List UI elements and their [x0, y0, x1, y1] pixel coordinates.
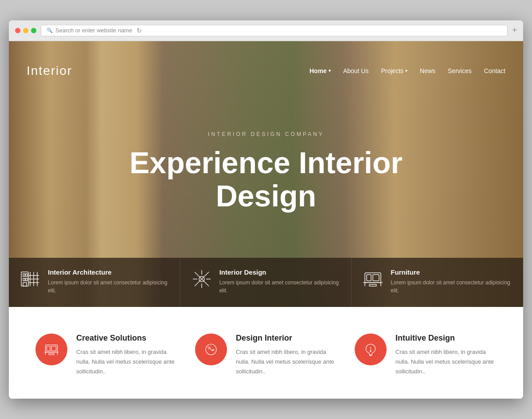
- main-nav: Interior Home ▾ About Us Projects ▾ News: [9, 55, 523, 87]
- creative-text: Creative Solutions Cras sit amet nibh li…: [76, 334, 177, 376]
- address-bar[interactable]: 🔍 Search or enter website name ↻: [41, 25, 508, 36]
- browser-chrome: 🔍 Search or enter website name ↻ +: [9, 20, 523, 41]
- website-content: 𝕏 f in ⊡ ✉ youremail@domain.com ☎ +1 291…: [9, 41, 523, 399]
- design-card-desc: Lorem ipsum dolor sit amet consectetur a…: [219, 279, 341, 295]
- svg-rect-3: [23, 278, 25, 281]
- svg-rect-20: [367, 275, 371, 281]
- nav-home[interactable]: Home ▾: [309, 67, 331, 74]
- design-interior-icon-wrap: [195, 334, 227, 365]
- features-section: Creative Solutions Cras sit amet nibh li…: [9, 307, 523, 399]
- projects-chevron: ▾: [405, 68, 407, 73]
- refresh-button[interactable]: ↻: [137, 27, 142, 34]
- nav-news[interactable]: News: [420, 67, 435, 74]
- dot-minimize[interactable]: [23, 28, 28, 33]
- feature-design-interior: Design Interior Cras sit amet nibh liber…: [195, 334, 337, 376]
- creative-icon-wrap: [35, 334, 67, 365]
- intuitive-text: Intuitive Design Cras sit amet nibh libe…: [395, 334, 497, 376]
- furniture-icon: [362, 268, 383, 290]
- architecture-card-desc: Lorem ipsum dolor sit amet consectetur a…: [48, 279, 169, 295]
- nav-projects[interactable]: Projects ▾: [381, 67, 407, 74]
- architecture-card-title: Interior Architecture: [48, 268, 169, 276]
- nav-links: Home ▾ About Us Projects ▾ News Services: [309, 67, 505, 74]
- svg-rect-21: [373, 275, 379, 281]
- design-interior-title: Design Interior: [236, 334, 337, 343]
- search-icon: 🔍: [47, 27, 53, 33]
- hero-card-design: Interior Design Lorem ipsum dolor sit am…: [180, 258, 352, 307]
- svg-rect-1: [23, 274, 25, 276]
- design-interior-icon: [203, 341, 219, 357]
- furniture-card-content: Furniture Lorem ipsum dolor sit amet con…: [391, 268, 512, 295]
- svg-rect-32: [49, 353, 54, 355]
- nav-services[interactable]: Services: [448, 67, 472, 74]
- design-card-content: Interior Design Lorem ipsum dolor sit am…: [219, 268, 341, 295]
- design-interior-text: Design Interior Cras sit amet nibh liber…: [236, 334, 337, 376]
- nav-contact[interactable]: Contact: [484, 67, 505, 74]
- svg-rect-28: [51, 346, 56, 351]
- hero-card-furniture: Furniture Lorem ipsum dolor sit amet con…: [352, 258, 523, 307]
- feature-creative: Creative Solutions Cras sit amet nibh li…: [35, 334, 177, 376]
- features-grid: Creative Solutions Cras sit amet nibh li…: [35, 334, 497, 376]
- architecture-icon: [20, 268, 41, 290]
- design-interior-desc: Cras sit amet nibh libero, in gravida nu…: [236, 347, 337, 376]
- intuitive-desc: Cras sit amet nibh libero, in gravida nu…: [395, 347, 497, 376]
- svg-rect-2: [26, 274, 27, 276]
- svg-rect-5: [23, 283, 27, 286]
- address-bar-placeholder: Search or enter website name: [55, 27, 132, 34]
- browser-window: 🔍 Search or enter website name ↻ + 𝕏 f i…: [9, 20, 523, 399]
- creative-desc: Cras sit amet nibh libero, in gravida nu…: [76, 347, 177, 376]
- nav-about[interactable]: About Us: [343, 67, 369, 74]
- svg-rect-25: [369, 284, 376, 286]
- hero-content: INTERIOR DESIGN COMPANY Experience Inter…: [9, 87, 523, 213]
- new-tab-button[interactable]: +: [512, 26, 517, 35]
- home-chevron: ▾: [329, 68, 331, 73]
- intuitive-icon-wrap: [355, 334, 387, 365]
- design-icon: [191, 268, 212, 290]
- svg-rect-27: [47, 346, 51, 351]
- svg-rect-4: [26, 278, 27, 281]
- hero-subtitle: INTERIOR DESIGN COMPANY: [9, 131, 523, 137]
- creative-title: Creative Solutions: [76, 334, 177, 343]
- svg-point-37: [370, 350, 371, 351]
- feature-intuitive: Intuitive Design Cras sit amet nibh libe…: [355, 334, 497, 376]
- creative-icon: [43, 341, 59, 357]
- intuitive-icon: [363, 341, 379, 357]
- site-logo[interactable]: Interior: [27, 64, 72, 78]
- furniture-card-title: Furniture: [391, 268, 512, 276]
- dot-maximize[interactable]: [31, 28, 36, 33]
- hero-card-architecture: Interior Architecture Lorem ipsum dolor …: [9, 258, 180, 307]
- hero-cards: Interior Architecture Lorem ipsum dolor …: [9, 258, 523, 307]
- intuitive-title: Intuitive Design: [395, 334, 497, 343]
- architecture-card-content: Interior Architecture Lorem ipsum dolor …: [48, 268, 169, 295]
- hero-section: 𝕏 f in ⊡ ✉ youremail@domain.com ☎ +1 291…: [9, 41, 523, 307]
- design-card-title: Interior Design: [219, 268, 341, 276]
- furniture-card-desc: Lorem ipsum dolor sit amet consectetur a…: [391, 279, 512, 295]
- browser-dots: [15, 28, 36, 33]
- dot-close[interactable]: [15, 28, 20, 33]
- hero-title: Experience Interior Design: [111, 146, 421, 213]
